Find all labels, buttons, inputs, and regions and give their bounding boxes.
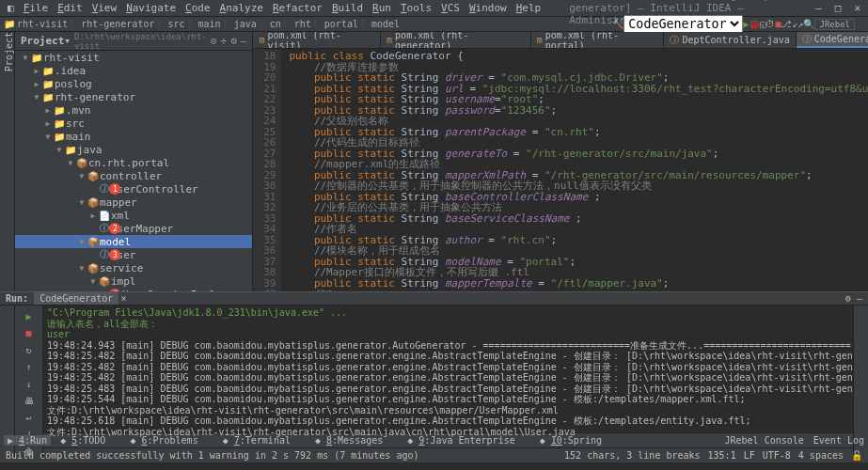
breadcrumb-seg[interactable]: model — [371, 19, 400, 29]
collapse-icon[interactable]: ÷ — [221, 35, 228, 47]
tree-item[interactable]: ▼📦impl — [15, 274, 252, 288]
tool-tab-java enterprise[interactable]: ◆ 9:Java Enterprise — [407, 435, 514, 446]
profile-icon[interactable]: ⏱ — [765, 19, 775, 29]
menu-window[interactable]: Window — [466, 2, 511, 14]
menu-file[interactable]: File — [20, 2, 53, 14]
event-log-tab[interactable]: Event Log — [813, 435, 864, 446]
project-tree[interactable]: ▼📁rht-visit▶📁.idea▶📁poslog▼📁rht-generato… — [15, 51, 252, 291]
locate-icon[interactable]: ⊙ — [211, 35, 217, 47]
gutter: 1819202122232425262728293031323334353637… — [253, 49, 281, 291]
tool-tab-terminal[interactable]: ◆ 7:Terminal — [223, 435, 291, 446]
tool-tab-todo[interactable]: ◆ 5:TODO — [60, 435, 105, 446]
jrebel-console-tab[interactable]: JRebel Console — [725, 435, 804, 446]
run-config-tab[interactable]: CodeGenerator — [34, 292, 118, 305]
run-title: Run: — [6, 293, 28, 304]
run-gear-icon[interactable]: ⚙ — — [845, 293, 862, 304]
rerun-icon[interactable]: ▶ — [23, 309, 36, 322]
breadcrumb-seg[interactable]: src — [167, 19, 184, 29]
print-icon[interactable]: 🖶 — [23, 394, 36, 407]
tree-item[interactable]: ▼📁main — [15, 130, 252, 143]
stop-run-icon[interactable]: ■ — [23, 326, 36, 339]
breadcrumb-seg[interactable]: rht-visit — [17, 19, 68, 29]
app-icon: ◧ — [4, 2, 18, 14]
maximize-icon[interactable]: □ — [831, 2, 845, 14]
editor-tab[interactable]: mpom.xml (rht-portal) — [531, 32, 665, 48]
status-chars: 152 chars, 3 line breaks — [564, 450, 701, 461]
tree-item[interactable]: ⒿUserController1 — [15, 182, 252, 196]
project-panel: Project ▾ D:\rht\workspace\idea\rht-visi… — [15, 32, 253, 291]
tool-tab-spring[interactable]: ◆ 10:Spring — [540, 435, 602, 446]
git-icon[interactable]: ⎇ — [781, 19, 792, 29]
tree-item[interactable]: ⒾUserMapper2 — [15, 222, 252, 235]
menu-edit[interactable]: Edit — [54, 2, 87, 14]
menu-navigate[interactable]: Navigate — [122, 2, 180, 14]
up-icon[interactable]: ↑ — [23, 360, 36, 373]
project-title: Project — [21, 35, 64, 47]
status-build: Build completed successfully with 1 warn… — [6, 450, 419, 461]
tree-item[interactable]: ⒿUserServiceImpl4 — [15, 288, 252, 291]
jrebel-label[interactable]: JRebel — [814, 19, 855, 30]
status-spaces[interactable]: 4 spaces — [798, 450, 844, 461]
left-tool-rail[interactable]: Project — [0, 32, 15, 291]
tool-tab-messages[interactable]: ◆ 8:Messages — [315, 435, 383, 446]
tree-item[interactable]: ▶📁poslog — [15, 77, 252, 90]
menu-build[interactable]: Build — [328, 2, 367, 14]
debug-icon[interactable]: 🐞 — [749, 19, 760, 29]
gear-icon[interactable]: ⚙ — [230, 35, 237, 47]
tree-item[interactable]: ▼📁java — [15, 143, 252, 156]
tree-item[interactable]: ▶📁.mvn — [15, 103, 252, 117]
status-pos: 135:1 — [708, 450, 736, 461]
project-dropdown-icon[interactable]: ▾ — [64, 35, 71, 47]
tree-item[interactable]: ▶📁.idea — [15, 64, 252, 77]
code-lines[interactable]: public class CodeGenerator { //数据库连接参数 p… — [281, 49, 868, 291]
hide-icon[interactable]: — — [241, 35, 247, 47]
editor-tab[interactable]: mpom.xml (rht-generator) — [381, 32, 531, 48]
tree-item[interactable]: ▼📦cn.rht.portal — [15, 156, 252, 169]
editor-tab[interactable]: ⒿDeptController.java — [664, 32, 796, 48]
bottom-tool-tabs: ▶ 4:Run ◆ 5:TODO ◆ 6:Problems ◆ 7:Termin… — [0, 432, 868, 447]
breadcrumb-seg[interactable]: rht — [294, 19, 311, 29]
down-icon[interactable]: ↓ — [23, 377, 36, 390]
tree-item[interactable]: ▼📦controller — [15, 169, 252, 182]
breadcrumb-seg[interactable]: main — [198, 19, 221, 29]
tool-tab-run[interactable]: ▶ 4:Run — [4, 435, 51, 446]
editor-tabs[interactable]: mpom.xml (rht-visit)mpom.xml (rht-genera… — [253, 32, 868, 49]
menu-analyze[interactable]: Analyze — [216, 2, 267, 14]
tree-item[interactable]: ▶📁src — [15, 117, 252, 130]
breadcrumb-seg[interactable]: portal — [324, 19, 358, 29]
menu-code[interactable]: Code — [181, 2, 214, 14]
menu-tools[interactable]: Tools — [397, 2, 435, 14]
restart-icon[interactable]: ↻ — [23, 343, 36, 356]
run-panel: Run: CodeGenerator × ⚙ — ▶ ■ ↻ ↑ ↓ 🖶 ↩ ⤓… — [0, 291, 868, 432]
menu-view[interactable]: View — [88, 2, 121, 14]
tree-item[interactable]: ▼📁rht-visit — [15, 51, 252, 64]
tree-item[interactable]: ⒿUser3 — [15, 248, 252, 261]
run-close-tab-icon[interactable]: × — [120, 293, 126, 304]
menu-refactor[interactable]: Refactor — [269, 2, 326, 14]
breadcrumb-seg[interactable]: rht-generator — [81, 19, 154, 29]
editor-tab[interactable]: mpom.xml (rht-visit) — [253, 32, 381, 48]
code-area[interactable]: 1819202122232425262728293031323334353637… — [253, 49, 868, 291]
menu-vcs[interactable]: VCS — [437, 2, 464, 14]
menu-help[interactable]: Help — [513, 2, 545, 14]
tree-item[interactable]: ▼📦mapper — [15, 196, 252, 209]
wrap-icon[interactable]: ↩ — [23, 411, 36, 424]
editor-tab[interactable]: ⒿCodeGenerator.java × — [797, 32, 868, 48]
tool-tab-problems[interactable]: ◆ 6:Problems — [130, 435, 197, 446]
breadcrumb-seg[interactable]: cn — [270, 19, 281, 29]
breadcrumb-seg[interactable]: java — [234, 19, 257, 29]
build-icon[interactable]: 🔨 — [612, 19, 623, 29]
menu-run[interactable]: Run — [369, 2, 395, 14]
search-icon[interactable]: 🔍 — [803, 19, 814, 29]
tree-item[interactable]: ▼📦service — [15, 261, 252, 274]
tree-item[interactable]: ▼📦model — [15, 235, 252, 248]
status-enc[interactable]: UTF-8 — [763, 450, 791, 461]
minimize-icon[interactable]: — — [812, 2, 826, 14]
status-lf[interactable]: LF — [744, 450, 755, 461]
editor: mpom.xml (rht-visit)mpom.xml (rht-genera… — [253, 32, 868, 291]
close-icon[interactable]: ✕ — [850, 2, 864, 14]
lock-icon[interactable]: 🔓 — [851, 450, 862, 461]
tree-item[interactable]: ▶📄xml — [15, 209, 252, 222]
run-config-select[interactable]: CodeGenerator — [623, 15, 743, 33]
tree-item[interactable]: ▼📁rht-generator — [15, 90, 252, 103]
